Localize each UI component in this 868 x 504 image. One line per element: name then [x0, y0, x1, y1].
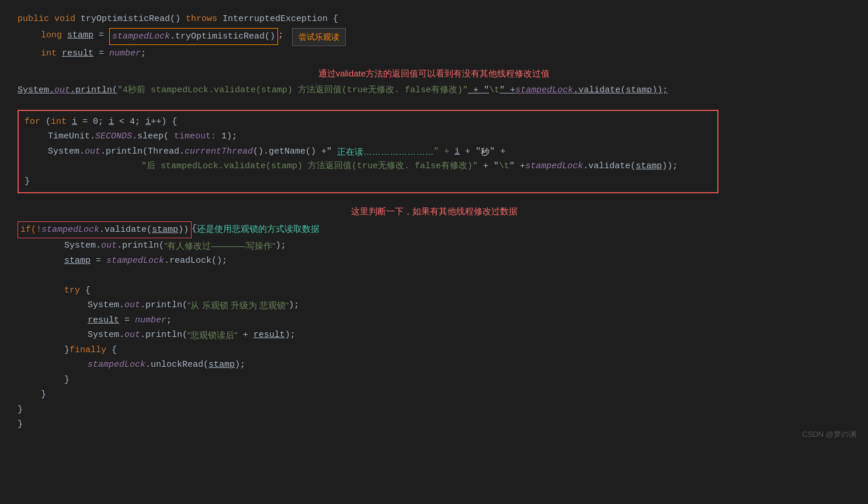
current-thread: currentThread — [185, 144, 253, 159]
method-name: tryOptimisticRead() — [81, 12, 186, 27]
out-2: out — [85, 144, 100, 159]
println-1: .println( — [70, 83, 117, 98]
sysout-pessimistic-after: System.out.println("悲观锁读后" + result); — [18, 328, 850, 343]
annotation-line-1: 通过validate方法的返回值可以看到有没有其他线程修改过值 — [18, 66, 850, 81]
keyword-public: public — [18, 12, 54, 27]
var-stampedlock: stampedLock — [112, 32, 170, 41]
system-out-1: System. — [18, 83, 54, 98]
keyword-int: int — [41, 46, 62, 61]
stamped-lock-2: stampedLock — [515, 83, 573, 98]
unlock-line: stampedLock.unlockRead(stamp); — [18, 357, 850, 373]
timeout-label: timeout: — [174, 129, 216, 144]
method-tryoptimisticread: tryOptimisticRead() — [175, 32, 275, 41]
for-loop-container: for (int i = 0; i < 4; i++) { TimeUnit.S… — [18, 110, 718, 194]
code-line-4: System.out.println("4秒前 stampedLock.vali… — [18, 83, 850, 98]
annotation-line-2: 这里判断一下，如果有其他线程修改过数据 — [18, 204, 850, 219]
finally-close: } — [18, 373, 850, 388]
var-result: result — [62, 46, 93, 61]
keyword-int-2: int — [51, 114, 72, 130]
annotation-validate: 通过validate方法的返回值可以看到有没有其他线程修改过值 — [318, 66, 550, 81]
watermark: CSDN @梦の渊 — [802, 428, 856, 441]
out-1: out — [54, 83, 70, 98]
var-i: i — [72, 114, 77, 130]
annotation-judge: 这里判断一下，如果有其他线程修改过数据 — [351, 204, 518, 219]
keyword-for: for — [25, 114, 46, 130]
sysout-continuation: "后 stampedLock.validate(stamp) 方法返回值(tru… — [25, 159, 711, 174]
code-line-2: long stamp = stampedLock.tryOptimisticRe… — [18, 28, 850, 47]
keyword-void: void — [54, 12, 81, 27]
sysout-upgrade: System.out.println("从 乐观锁 升级为 悲观锁"); — [18, 298, 850, 313]
if-line: if(!stampedLock.validate(stamp)){还是使用悲观锁… — [18, 221, 850, 239]
tooltip-annotation1: 尝试乐观读 — [292, 28, 346, 47]
cn-reading: 正在读…………………… — [337, 144, 433, 159]
for-close-brace: } — [25, 174, 711, 189]
sysout-thread-line: System.out.println(Thread.currentThread(… — [25, 144, 711, 159]
keyword-if: if(! — [20, 225, 41, 235]
if-close: } — [18, 387, 850, 402]
result-assign: result = number; — [18, 313, 850, 328]
var-i-3: i — [145, 114, 151, 130]
sysout-modified: System.out.println("有人修改过————写操作"); — [18, 238, 850, 253]
stamp-readlock: stamp = stampedLock.readLock(); — [18, 253, 850, 269]
code-line-1: public void tryOptimisticRead() throws I… — [18, 12, 850, 27]
finally-line: }finally { — [18, 343, 850, 358]
try-line: try { — [18, 283, 850, 298]
string-1: "4秒前 stampedLock.validate(stamp) 方法返回值(t… — [117, 83, 468, 98]
method-close: } — [18, 402, 850, 418]
stamped-lock-call-box: stampedLock.tryOptimisticRead() — [109, 28, 278, 46]
blank-line-1 — [18, 268, 850, 283]
code-line-3: int result = number; — [18, 46, 850, 61]
string-tab-1: \t — [489, 83, 499, 98]
stamped-lock-4: stampedLock — [41, 225, 99, 235]
keyword-throws: throws — [186, 12, 223, 27]
var-stamp: stamp — [67, 28, 93, 43]
class-close: } — [18, 417, 850, 432]
code-editor: public void tryOptimisticRead() throws I… — [0, 0, 868, 450]
keyword-try: try — [64, 283, 85, 298]
for-line: for (int i = 0; i < 4; i++) { — [25, 114, 711, 130]
keyword-long: long — [41, 28, 67, 43]
keyword-finally: finally — [70, 343, 112, 358]
if-box: if(!stampedLock.validate(stamp)) — [18, 221, 192, 239]
concat-1: + " — [468, 83, 489, 98]
seconds-const: SECONDS — [95, 129, 132, 144]
var-number: number — [109, 46, 141, 61]
timeunit-line: TimeUnit.SECONDS.sleep( timeout: 1); — [25, 129, 711, 144]
stamped-lock-3: stampedLock — [525, 159, 583, 174]
exception-type: InterruptedException { — [223, 12, 338, 27]
var-number-2: number — [135, 313, 166, 328]
var-i-2: i — [109, 114, 114, 130]
annotation-pessimistic: 还是使用悲观锁的方式读取数据 — [197, 221, 320, 237]
